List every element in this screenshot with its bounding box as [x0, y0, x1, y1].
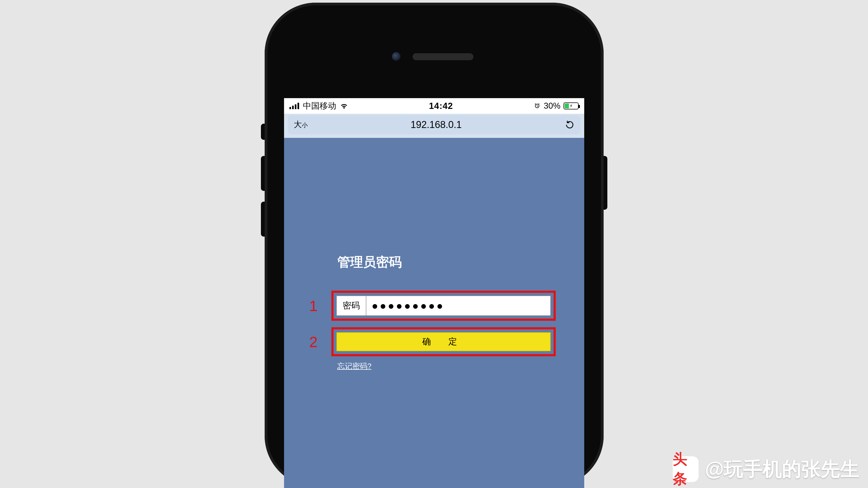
cell-signal-icon [289, 103, 299, 109]
clock: 14:42 [429, 101, 453, 111]
volume-up-button [261, 156, 265, 191]
watermark-text: @玩手机的张先生 [705, 456, 859, 482]
watermark: 头条 @玩手机的张先生 [673, 456, 859, 482]
reload-icon[interactable] [565, 120, 575, 130]
mute-switch [261, 124, 265, 140]
url-pill[interactable]: 大小 192.168.0.1 [288, 115, 581, 134]
battery-icon: ⚡︎ [563, 102, 579, 109]
carrier-label: 中国移动 [303, 100, 336, 111]
annotation-number-1: 1 [309, 297, 318, 315]
url-text[interactable]: 192.168.0.1 [410, 119, 462, 130]
status-left: 中国移动 [289, 100, 348, 111]
password-label: 密码 [337, 296, 366, 315]
annotation-number-2: 2 [309, 333, 318, 351]
speaker-grille [413, 53, 473, 60]
status-right: 30% ⚡︎ [534, 101, 579, 111]
forgot-password-link[interactable]: 忘记密码? [337, 361, 584, 371]
battery-percent: 30% [544, 101, 560, 111]
text-size-button[interactable]: 大小 [294, 119, 308, 130]
watermark-logo: 头条 [673, 456, 699, 482]
password-field-row[interactable]: 密码 ●●●●●●●●● [336, 295, 551, 316]
front-camera [392, 52, 401, 61]
power-button [603, 156, 607, 210]
confirm-button[interactable]: 确 定 [336, 332, 551, 351]
password-input[interactable]: ●●●●●●●●● [366, 296, 550, 315]
page-content: 管理员密码 1 密码 ●●●●●●●●● 2 确 定 忘记密码? [284, 138, 584, 371]
login-title: 管理员密码 [337, 254, 584, 271]
alarm-icon [534, 103, 540, 109]
annotation-box-2: 2 确 定 [331, 327, 556, 356]
wifi-icon [340, 102, 348, 110]
status-bar: 中国移动 14:42 30% ⚡︎ [284, 98, 584, 114]
phone-screen: 中国移动 14:42 30% ⚡︎ 大小 [284, 98, 584, 488]
browser-url-bar: 大小 192.168.0.1 [284, 114, 584, 138]
phone-frame: 中国移动 14:42 30% ⚡︎ 大小 [265, 3, 603, 487]
annotation-box-1: 1 密码 ●●●●●●●●● [331, 291, 556, 321]
charging-bolt-icon: ⚡︎ [569, 103, 573, 109]
volume-down-button [261, 202, 265, 237]
phone-bezel-top [265, 3, 603, 98]
